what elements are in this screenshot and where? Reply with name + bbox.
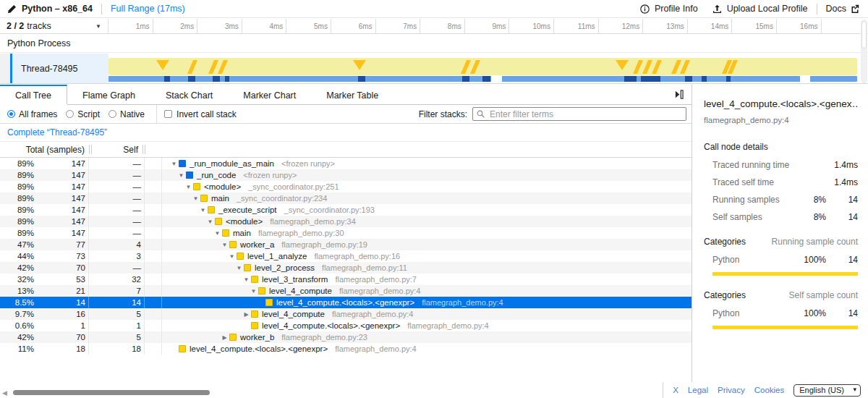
- collapse-arrow-icon[interactable]: ▼: [213, 230, 222, 237]
- filter-search-box[interactable]: [472, 107, 686, 121]
- upload-profile-button[interactable]: Upload Local Profile: [712, 4, 808, 14]
- table-row[interactable]: 89%147—▼_run_code<frozen runpy>: [0, 169, 692, 181]
- expand-arrow-icon[interactable]: ▶: [220, 334, 229, 341]
- table-row[interactable]: 8.5%1414level_4_compute.<locals>.<genexp…: [0, 297, 692, 308]
- collapse-arrow-icon[interactable]: ▼: [242, 276, 251, 283]
- vertical-scrollbar-thumb[interactable]: [861, 21, 867, 48]
- collapse-arrow-icon[interactable]: ▼: [220, 242, 229, 248]
- row-self-cell: 18: [89, 343, 145, 355]
- row-total-samples: 73: [34, 252, 88, 261]
- profile-title-group: Python – x86_64 Full Range (17ms): [0, 4, 185, 14]
- edit-pencil-icon[interactable]: [7, 4, 17, 14]
- activity-graph[interactable]: [109, 58, 857, 75]
- table-row[interactable]: 89%147—▼main_sync_coordinator.py:234: [0, 192, 692, 204]
- horizontal-scrollbar-thumb[interactable]: [13, 390, 210, 395]
- table-row[interactable]: 9.7%165▶level_4_computeflamegraph_demo.p…: [0, 308, 692, 320]
- row-totals-cell: 8.5%14: [0, 297, 89, 308]
- table-row[interactable]: 89%147—▼<module>_sync_coordinator.py:251: [0, 181, 692, 192]
- function-file: _sync_coordinator.py:251: [248, 182, 339, 191]
- radio-native[interactable]: [109, 110, 116, 118]
- sample-dark-segment: [188, 76, 195, 82]
- collapse-arrow-icon[interactable]: ▼: [249, 288, 258, 295]
- language-select[interactable]: English (US) ▾: [793, 384, 861, 397]
- expand-arrow-icon[interactable]: ▶: [242, 311, 251, 318]
- app-footer: XLegalPrivacyCookies English (US) ▾: [663, 382, 868, 398]
- thread-activity-track[interactable]: [109, 54, 868, 83]
- radio-all-frames[interactable]: [7, 110, 15, 118]
- collapse-arrow-icon[interactable]: ▼: [191, 195, 200, 202]
- footer-link-legal[interactable]: Legal: [688, 386, 708, 394]
- invert-call-stack-checkbox[interactable]: [164, 110, 172, 118]
- sidebar-toggle-button[interactable]: [673, 90, 684, 99]
- column-total-header[interactable]: Total (samples): [0, 145, 87, 155]
- collapse-arrow-icon[interactable]: ▼: [169, 161, 179, 167]
- categories-label: Categories: [704, 290, 746, 300]
- table-row[interactable]: 44%733▼level_1_analyzeflamegraph_demo.py…: [0, 250, 692, 262]
- categories-heading: CategoriesSelf sample count: [704, 290, 858, 300]
- profile-info-button[interactable]: Profile Info: [640, 4, 698, 14]
- column-self-header[interactable]: Self: [94, 145, 140, 155]
- table-row[interactable]: 89%147—▼mainflamegraph_demo.py:30: [0, 227, 692, 239]
- table-row[interactable]: 32%5332▼level_3_transformflamegraph_demo…: [0, 274, 692, 285]
- time-tick: 10ms: [509, 19, 554, 33]
- table-row[interactable]: 11%1818level_4_compute.<locals>.<genexpr…: [0, 343, 692, 355]
- collapse-arrow-icon[interactable]: ▼: [227, 253, 237, 260]
- table-row[interactable]: 0.6%11level_4_compute.<locals>.<genexpr>…: [0, 320, 692, 331]
- yellow-category-square-icon: [258, 287, 265, 295]
- row-total-samples: 147: [34, 182, 88, 191]
- column-resize-handle[interactable]: [87, 145, 94, 154]
- collapse-arrow-icon[interactable]: ▼: [184, 184, 193, 190]
- row-totals-cell: 42%70: [0, 262, 89, 274]
- header-divider2: [817, 4, 817, 14]
- selected-node-file: flamegraph_demo.py:4: [704, 116, 858, 124]
- table-row[interactable]: 42%70—▼level_2_processflamegraph_demo.py…: [0, 262, 692, 274]
- row-percent: 9.7%: [0, 310, 34, 318]
- radio-script[interactable]: [66, 110, 74, 118]
- tracks-dropdown-button[interactable]: 2 / 2 tracks ▼: [0, 19, 109, 33]
- function-file: <frozen runpy>: [281, 159, 335, 168]
- table-row[interactable]: 42%705▶worker_bflamegraph_demo.py:23: [0, 331, 692, 343]
- invert-call-stack-label[interactable]: Invert call stack: [176, 109, 237, 119]
- row-self-cell: —: [89, 169, 145, 181]
- function-file: flamegraph_demo.py:4: [339, 287, 421, 295]
- table-row[interactable]: 47%774▼worker_aflamegraph_demo.py:19: [0, 239, 692, 250]
- row-total-samples: 14: [34, 298, 88, 307]
- radio-script-label[interactable]: Script: [77, 109, 100, 119]
- tab-marker-chart[interactable]: Marker Chart: [228, 85, 311, 104]
- tab-marker-table[interactable]: Marker Table: [311, 85, 393, 104]
- docs-link[interactable]: Docs: [826, 4, 859, 14]
- table-row[interactable]: 13%217▼level_4_computeflamegraph_demo.py…: [0, 285, 692, 297]
- row-totals-cell: 89%147: [0, 169, 89, 181]
- timeline-vertical-scrollbar[interactable]: [861, 20, 867, 83]
- tab-flame-graph[interactable]: Flame Graph: [67, 85, 150, 104]
- function-name: _run_module_as_main: [190, 159, 274, 168]
- footer-link-cookies[interactable]: Cookies: [754, 386, 785, 394]
- breadcrumb-root-link[interactable]: Complete “Thread-78495”: [7, 127, 107, 137]
- row-spacer-cell: [145, 192, 162, 204]
- function-file: flamegraph_demo.py:4: [335, 344, 417, 353]
- sample-strip[interactable]: [109, 76, 857, 82]
- time-tick: 6ms: [331, 19, 376, 33]
- collapse-arrow-icon[interactable]: ▼: [234, 265, 244, 271]
- collapse-arrow-icon[interactable]: ▼: [176, 172, 186, 179]
- table-row[interactable]: 89%147—▼_run_module_as_main<frozen runpy…: [0, 158, 692, 169]
- row-spacer-cell: [145, 285, 162, 297]
- scroll-left-arrow-icon[interactable]: ◀: [2, 389, 7, 397]
- tab-stack-chart[interactable]: Stack Chart: [150, 85, 228, 104]
- collapse-arrow-icon[interactable]: ▼: [205, 219, 215, 225]
- radio-native-label[interactable]: Native: [120, 109, 145, 119]
- tab-call-tree[interactable]: Call Tree: [0, 85, 67, 104]
- column-resize-handle2[interactable]: [140, 145, 148, 154]
- full-range-link[interactable]: Full Range (17ms): [111, 4, 185, 14]
- table-row[interactable]: 89%147—▼_execute_script_sync_coordinator…: [0, 204, 692, 216]
- radio-all-frames-label[interactable]: All frames: [19, 109, 57, 119]
- process-track-header[interactable]: Python Process: [0, 35, 868, 53]
- table-row[interactable]: 89%147—▼<module>flamegraph_demo.py:34: [0, 216, 692, 227]
- row-function-cell: ▼level_4_computeflamegraph_demo.py:4: [162, 285, 692, 297]
- filter-input[interactable]: [488, 109, 682, 120]
- collapse-arrow-icon[interactable]: ▼: [198, 207, 208, 213]
- thread-track-label[interactable]: Thread-78495: [12, 54, 109, 83]
- footer-link-x[interactable]: X: [673, 386, 678, 394]
- footer-link-privacy[interactable]: Privacy: [718, 386, 745, 394]
- time-tick: 12ms: [599, 19, 644, 33]
